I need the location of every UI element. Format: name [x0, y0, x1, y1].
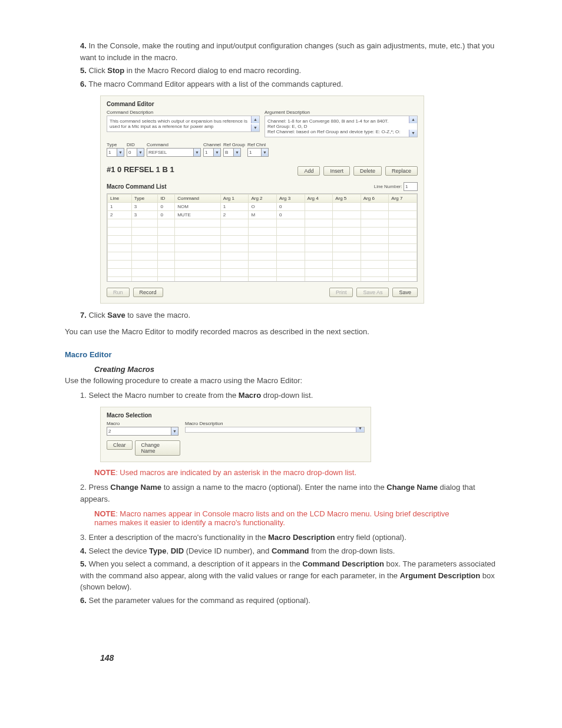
column-header: Arg 7 [389, 195, 417, 203]
step-7: 7. Click Save to save the macro. [80, 309, 497, 321]
replace-button[interactable]: Replace [385, 166, 418, 176]
panel-title: Command Editor [107, 101, 418, 107]
column-header: Arg 1 [220, 195, 249, 203]
step-text: Set the parameter values for the command… [88, 596, 310, 605]
save-button[interactable]: Save [392, 288, 418, 297]
step-number: 4. [80, 546, 87, 555]
create-step-4: 4. Select the device Type, DID (Device I… [80, 545, 497, 557]
chevron-down-icon: ▼ [234, 148, 241, 157]
subsection-heading: Creating Macros [94, 365, 497, 374]
table-row[interactable] [108, 228, 417, 236]
column-header: Arg 5 [333, 195, 361, 203]
chevron-down-icon: ▼ [171, 427, 178, 436]
command-select[interactable]: REFSEL▼ [147, 148, 201, 157]
arg-desc-box: Channel: 1-8 for an Converge 880, 8i and… [265, 116, 418, 137]
chevron-down-icon: ▼ [117, 148, 124, 157]
step-6: 6. The macro Command Editor appears with… [80, 78, 497, 90]
line-number-label: Line Number: [374, 184, 402, 189]
step-number: 3. [80, 533, 87, 542]
refgroup-select[interactable]: B▼ [223, 148, 245, 157]
type-select[interactable]: 1▼ [107, 148, 124, 157]
step-number: 1. [80, 391, 87, 400]
cmd-desc-label: Command Description [107, 110, 260, 115]
step-number: 4. [80, 41, 87, 50]
command-preview: #1 0 REFSEL 1 B 1 [107, 165, 174, 174]
macro-selection-panel: Macro Selection Macro 2▼ Clear Change Na… [100, 407, 371, 462]
scroll-up-icon[interactable]: ▲ [251, 116, 259, 123]
step-text: In the Console, make the routing and inp… [80, 41, 494, 62]
column-header: Arg 6 [361, 195, 389, 203]
line-number-field[interactable]: 1 [404, 182, 418, 191]
column-header: Arg 3 [276, 195, 305, 203]
macro-label: Macro [107, 421, 180, 426]
chevron-down-icon: ▼ [214, 148, 221, 157]
macro-command-list: LineTypeIDCommandArg 1Arg 2Arg 3Arg 4Arg… [107, 193, 418, 282]
add-button[interactable]: Add [297, 166, 320, 176]
print-button[interactable]: Print [329, 288, 353, 297]
column-header: ID [158, 195, 175, 203]
saveas-button[interactable]: Save As [356, 288, 389, 297]
create-step-2: 2. Press Change Name to assign a name to… [80, 482, 497, 505]
table-row[interactable] [108, 252, 417, 261]
channel-select[interactable]: 1▼ [203, 148, 221, 157]
table-row[interactable] [108, 244, 417, 252]
step-5: 5. Click Stop in the Macro Record dialog… [80, 65, 497, 77]
clear-button[interactable]: Clear [107, 440, 133, 450]
create-step-1: 1. Select the Macro number to create fro… [80, 390, 497, 401]
paragraph: Use the following procedure to create a … [65, 376, 497, 385]
chevron-down-icon: ▼ [262, 148, 269, 157]
step-4: 4. In the Console, make the routing and … [80, 40, 497, 63]
did-select[interactable]: 0▼ [127, 148, 144, 157]
arg-desc-label: Argument Description [265, 110, 418, 115]
step-number: 7. [80, 311, 87, 319]
step-number: 6. [80, 596, 87, 605]
change-name-button[interactable]: Change Name [135, 440, 180, 456]
macro-command-list-title: Macro Command List [107, 183, 167, 190]
scroll-up-icon[interactable]: ▲ [409, 116, 417, 123]
note-1: NOTE: Used macros are indicated by an as… [94, 468, 497, 477]
page-number: 148 [100, 653, 497, 663]
macro-desc-box[interactable]: ▲ ▼ [185, 427, 365, 433]
panel-title: Macro Selection [107, 412, 365, 419]
scroll-down-icon[interactable]: ▼ [409, 130, 417, 137]
refchnl-select[interactable]: 1▼ [247, 148, 269, 157]
scroll-down-icon[interactable]: ▼ [251, 124, 259, 131]
delete-button[interactable]: Delete [353, 166, 382, 176]
table-row[interactable] [108, 261, 417, 269]
scroll-down-icon[interactable]: ▼ [356, 427, 364, 432]
table-row[interactable]: 130NOM1O0 [108, 203, 417, 211]
run-button[interactable]: Run [107, 288, 130, 297]
table-row[interactable] [108, 277, 417, 282]
chevron-down-icon: ▼ [137, 148, 144, 157]
table-row[interactable] [108, 236, 417, 244]
column-header: Type [131, 195, 158, 203]
record-button[interactable]: Record [133, 288, 163, 297]
command-editor-panel: Command Editor Command Description This … [100, 95, 424, 304]
step-number: 2. [80, 483, 87, 492]
column-header: Command [175, 195, 221, 203]
table-row[interactable]: 230MUTE2M0 [108, 211, 417, 219]
column-header: Arg 4 [305, 195, 333, 203]
macro-select[interactable]: 2▼ [107, 427, 180, 436]
create-step-6: 6. Set the parameter values for the comm… [80, 595, 497, 607]
step-number: 6. [80, 80, 87, 88]
step-text: The macro Command Editor appears with a … [88, 80, 343, 88]
column-header: Arg 2 [249, 195, 277, 203]
note-2: NOTE: Macro names appear in Console macr… [94, 509, 497, 527]
macro-desc-label: Macro Description [185, 421, 365, 426]
create-step-3: 3. Enter a description of the macro's fu… [80, 532, 497, 543]
step-number: 5. [80, 559, 87, 568]
insert-button[interactable]: Insert [323, 166, 350, 176]
table-row[interactable] [108, 269, 417, 277]
section-heading: Macro Editor [65, 350, 497, 359]
table-row[interactable] [108, 219, 417, 228]
step-number: 5. [80, 66, 87, 75]
chevron-down-icon: ▼ [194, 148, 201, 157]
paragraph: You can use the Macro Editor to modify r… [65, 327, 497, 336]
column-header: Line [108, 195, 132, 203]
cmd-desc-box: This command selects which output or exp… [107, 116, 260, 132]
create-step-5: 5. When you select a command, a descript… [80, 558, 497, 593]
